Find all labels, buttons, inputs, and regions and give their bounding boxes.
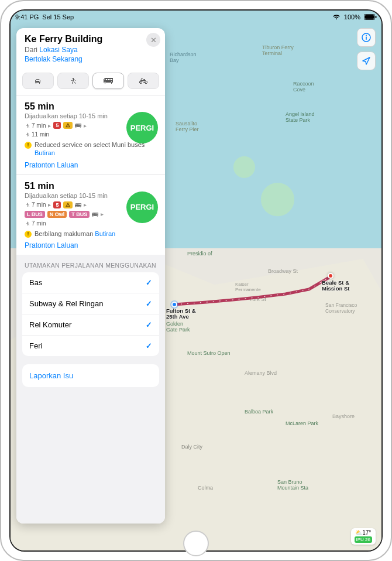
mode-bike-button[interactable]: 🚲︎ (128, 73, 159, 89)
walk-icon: 🚶︎ (25, 201, 30, 208)
checkmark-icon: ✓ (146, 278, 152, 287)
pref-row-subway[interactable]: Subway & Rel Ringan ✓ (22, 293, 159, 314)
bus-icon: 🚌︎ (75, 122, 81, 129)
prefs-section-title: UTAMAKAN PERJALANAN MENGGUNAKAN (16, 259, 165, 272)
weather-badge[interactable]: ⛅17° IPU 26 (351, 528, 376, 545)
walk-icon: 🚶︎ (25, 131, 30, 138)
checkmark-icon: ✓ (146, 299, 152, 308)
bike-icon: 🚲︎ (139, 76, 148, 86)
walk-time: 7 min (32, 220, 46, 227)
close-icon: ✕ (150, 36, 157, 45)
go-button[interactable]: PERGI (126, 191, 158, 223)
route-option-1[interactable]: 55 min Dijadualkan setiap 10-15 min 🚶︎7 … (16, 95, 165, 175)
pref-label: Feri (29, 341, 42, 350)
chevron-right-icon: ▸ (101, 211, 104, 217)
info-button[interactable] (357, 28, 376, 47)
destination-title: Ke Ferry Building (25, 34, 158, 45)
map-label: Broadway St (268, 268, 298, 274)
svg-point-4 (366, 35, 367, 36)
air-quality-badge: IPU 26 (355, 536, 372, 543)
map-label: RaccoonCove (293, 81, 314, 93)
pref-row-commuter[interactable]: Rel Komuter ✓ (22, 314, 159, 336)
map-label: Balboa Park (245, 409, 273, 415)
pref-label: Rel Komuter (29, 320, 71, 329)
walk-time: 7 min (32, 122, 46, 129)
mode-transit-button[interactable]: 🚌︎ (92, 73, 124, 89)
map-label: Turk St (249, 296, 266, 302)
status-time: 9:41 PG (15, 13, 39, 20)
alert-badge-icon: ⚠︎ (63, 122, 73, 129)
transit-line-badge: T BUS (69, 211, 90, 218)
route-duration: 55 min (25, 101, 158, 112)
walk-icon: 🚶︎ (25, 220, 30, 227)
map-label: GoldenGate Park (166, 321, 190, 333)
chevron-right-icon: ▸ (48, 122, 51, 129)
map-label: Daly City (181, 444, 202, 450)
mode-car-button[interactable]: 🚘︎ (22, 73, 54, 89)
alert-text: Berbilang makluman (35, 230, 95, 237)
from-line: Dari Lokasi Saya (25, 46, 158, 54)
route-start-pin (171, 302, 177, 307)
walk-icon: 🚶︎ (68, 76, 78, 86)
pref-row-ferry[interactable]: Feri ✓ (22, 336, 159, 356)
route-end-label: Beale St &Mission St (322, 280, 350, 292)
map-label: Mount Sutro Open (187, 350, 231, 356)
route-option-2[interactable]: 51 min Dijadualkan setiap 10-15 min 🚶︎7 … (16, 175, 165, 255)
transit-line-badge: N Owl (47, 211, 67, 218)
map-label: KaiserPermanente (235, 282, 261, 292)
transit-line-badge: L BUS (25, 211, 45, 218)
from-location-link[interactable]: Lokasi Saya (39, 46, 77, 54)
alert-details-link[interactable]: Butiran (95, 230, 115, 237)
transit-line-badge: 5 (53, 201, 61, 208)
map-label: Angel IslandState Park (286, 111, 315, 123)
weather-icon: ⛅ (355, 529, 362, 536)
pref-label: Subway & Rel Ringan (29, 299, 103, 308)
map-label: San BrunoMountain Sta (277, 479, 308, 491)
map-label: San FranciscoConservatory (325, 302, 357, 314)
map-label: Tiburon FerryTerminal (262, 45, 294, 56)
report-issue-row[interactable]: Laporkan Isu (22, 364, 159, 387)
bus-icon: 🚌︎ (92, 211, 98, 218)
transit-line-badge: 5 (53, 122, 61, 129)
status-date: Sel 15 Sep (42, 13, 74, 20)
chevron-right-icon: ▸ (84, 122, 87, 129)
go-button[interactable]: PERGI (126, 112, 158, 143)
car-icon: 🚘︎ (33, 76, 43, 86)
close-button[interactable]: ✕ (146, 33, 160, 47)
alert-badge-icon: ⚠︎ (63, 201, 73, 208)
route-start-label: Fulton St &25th Ave (166, 308, 196, 320)
ipad-frame: RichardsonBay Tiburon FerryTerminal Racc… (0, 0, 392, 561)
map-label: Bayshore (332, 413, 355, 419)
map-label: Presidio of (187, 251, 212, 256)
checkmark-icon: ✓ (146, 341, 152, 350)
depart-time-link[interactable]: Bertolak Sekarang (25, 55, 158, 63)
battery-icon (364, 14, 377, 20)
mode-walk-button[interactable]: 🚶︎ (57, 73, 89, 89)
map-label: Alemany Blvd (245, 370, 277, 376)
battery-percent: 100% (344, 13, 360, 20)
map-label: McLaren Park (286, 420, 318, 426)
alert-icon: ! (25, 231, 32, 238)
map-label: RichardsonBay (170, 52, 197, 63)
home-button[interactable] (183, 531, 209, 556)
preview-route-link[interactable]: Pratonton Laluan (25, 161, 78, 169)
report-issue-link[interactable]: Laporkan Isu (22, 364, 159, 387)
walk-icon: 🚶︎ (25, 122, 30, 129)
svg-rect-2 (376, 16, 377, 18)
transport-mode-row: 🚘︎ 🚶︎ 🚌︎ 🚲︎ (16, 68, 165, 95)
chevron-right-icon: ▸ (48, 201, 51, 208)
svg-rect-5 (366, 37, 367, 40)
prefs-list: Bas ✓ Subway & Rel Ringan ✓ Rel Komuter … (22, 272, 159, 356)
route-duration: 51 min (25, 181, 158, 191)
preview-route-link[interactable]: Pratonton Laluan (25, 241, 78, 249)
walk-time: 11 min (32, 131, 49, 138)
map-label: SausalitoFerry Pier (176, 121, 199, 132)
pref-row-bus[interactable]: Bas ✓ (22, 272, 159, 293)
status-bar: 9:41 PG Sel 15 Sep 100% (11, 11, 381, 23)
transit-icon: 🚌︎ (104, 76, 113, 86)
route-end-pin (328, 273, 333, 279)
bus-icon: 🚌︎ (75, 201, 81, 208)
locate-button[interactable] (357, 52, 376, 70)
alert-details-link[interactable]: Butiran (35, 149, 55, 156)
pref-label: Bas (29, 278, 42, 287)
